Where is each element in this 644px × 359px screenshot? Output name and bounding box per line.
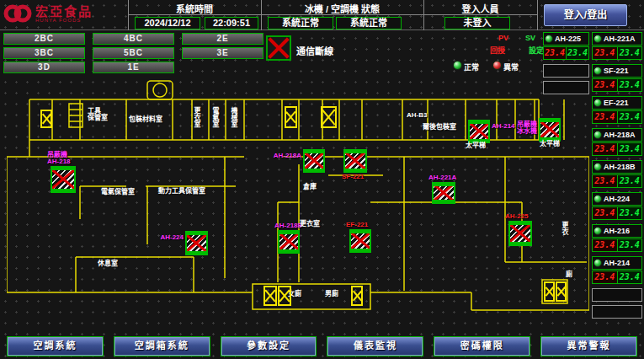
ac-status-value: 系統正常: [336, 17, 402, 29]
system-date-value: 2024/12/12: [135, 17, 200, 29]
room-label: 爾後包裝室: [423, 124, 456, 131]
plan-unit-label: AH-221A: [428, 174, 456, 181]
floor-button-group: 2BC4BC2E3BC5BC3E3D1E: [3, 33, 263, 73]
floor-button-1e[interactable]: 1E: [93, 62, 174, 73]
empty-slot: [592, 288, 642, 302]
ahu-comm-loss-icon[interactable]: [468, 120, 490, 143]
room-label: 動力工具保管室: [158, 188, 205, 195]
unit-row-ah-218a[interactable]: AH-218A: [592, 128, 642, 142]
plan-unit-label: AH-225: [505, 213, 529, 220]
ahu-comm-loss-icon[interactable]: [185, 231, 208, 255]
room-label: 太平梯: [540, 141, 560, 147]
unit-values-ah-218b: 23.423.4: [592, 174, 642, 188]
chiller-status-value: 系統正常: [268, 17, 333, 29]
pv-label: PV: [498, 34, 508, 42]
ahu-comm-loss-icon[interactable]: [51, 166, 76, 193]
room-label: 電氣保管室: [101, 189, 135, 196]
unit-values-sf-221: 23.423.4: [592, 78, 642, 92]
nav-button-密碼權限[interactable]: 密碼權限: [434, 336, 530, 356]
ahu-comm-loss-icon[interactable]: [278, 230, 300, 254]
nav-button-參數設定[interactable]: 參數設定: [221, 336, 317, 356]
floor-button-2e[interactable]: 2E: [182, 33, 263, 45]
floor-button-3bc[interactable]: 3BC: [3, 47, 85, 59]
pv-sv-header: PV SV 回授 設定: [490, 34, 544, 56]
unit-name: EF-221: [604, 99, 629, 107]
unit-sv-value: 23.4: [617, 207, 642, 219]
company-logo: 宏亞食品 HUNYA FOODS: [3, 2, 93, 25]
unit-values-ah-214: 23.423.4: [592, 271, 642, 284]
unit-sv-value: 23.4: [617, 271, 642, 283]
unit-status-led: [593, 259, 602, 267]
unit-values-ah-221a: 23.423.4: [592, 46, 642, 60]
nav-button-空調系統[interactable]: 空調系統: [7, 336, 104, 356]
unit-status-led: [593, 99, 602, 107]
floor-button-2bc[interactable]: 2BC: [3, 33, 85, 45]
unit-pv-value: 23.4: [593, 47, 617, 59]
unit-sv-value: 23.4: [566, 47, 588, 59]
elevator-icon: [285, 106, 297, 128]
unit-status-led: [593, 195, 602, 203]
plan-unit-label: EF-221: [346, 222, 368, 228]
room-label: 電氣室: [211, 107, 218, 127]
plan-unit-AH-224: AH-224: [185, 231, 208, 255]
comm-loss-label: 通信斷線: [296, 44, 333, 57]
sv-label: SV: [525, 34, 535, 42]
unit-row-ah-224[interactable]: AH-224: [592, 192, 642, 206]
login-logout-button[interactable]: 登入/登出: [544, 4, 627, 26]
plan-unit-label: 吊蔽機AH-218: [47, 152, 71, 165]
nav-button-異常警報[interactable]: 異常警報: [540, 336, 637, 356]
floor-button-3e[interactable]: 3E: [182, 47, 263, 59]
floor-button-4bc[interactable]: 4BC: [93, 33, 174, 45]
nav-button-空調箱系統[interactable]: 空調箱系統: [114, 336, 210, 356]
plan-unit-吊蔽機-AH-218: 吊蔽機AH-218: [51, 166, 76, 193]
unit-row-ah-216[interactable]: AH-216: [592, 224, 642, 238]
ahu-comm-loss-icon[interactable]: [432, 182, 455, 204]
floor-button-3d[interactable]: 3D: [3, 62, 85, 73]
ahu-comm-loss-icon[interactable]: [303, 149, 325, 173]
unit-sv-value: 23.4: [617, 143, 642, 155]
plan-unit-SF-221: SF-221: [343, 149, 367, 173]
ahu-comm-loss-icon[interactable]: [349, 229, 371, 253]
login-status-value: 未登入: [444, 17, 510, 29]
ahu-comm-loss-icon[interactable]: [508, 221, 532, 246]
empty-slot: [592, 305, 642, 319]
room-label: 廁: [566, 271, 572, 278]
unit-name: AH-218B: [604, 163, 636, 171]
normal-led-icon: [453, 61, 462, 70]
unit-status-led: [593, 131, 602, 139]
plan-unit-label: 吊蔽機冰水機: [517, 121, 537, 135]
plan-unit-label: SF-221: [342, 174, 364, 180]
logo-rings-icon: [3, 2, 32, 25]
elevator-icon: [263, 286, 277, 306]
unit-values-ah-218a: 23.423.4: [592, 142, 642, 156]
floor-button-5bc[interactable]: 5BC: [93, 47, 174, 59]
system-time-value: 22:09:51: [205, 17, 258, 29]
unit-row-ef-221[interactable]: EF-221: [592, 96, 642, 110]
unit-name: AH-218A: [604, 131, 636, 139]
unit-name: AH-225: [555, 35, 581, 43]
comm-loss-icon: [266, 35, 291, 61]
ahu-comm-loss-icon[interactable]: [343, 149, 367, 173]
empty-slot: [543, 64, 589, 78]
unit-pv-value: 23.4: [593, 271, 617, 283]
unit-row-ah-221a[interactable]: AH-221A: [592, 32, 642, 46]
unit-name: AH-216: [604, 227, 630, 235]
ahu-comm-loss-icon[interactable]: [539, 118, 561, 142]
unit-sv-value: 23.4: [617, 79, 642, 91]
unit-status-led: [593, 227, 602, 235]
unit-pv-value: 23.4: [593, 111, 617, 123]
unit-row-ah-214[interactable]: AH-214: [592, 256, 642, 270]
floorplan: 吊蔽機AH-218AH-224AH-218BAH-218ASF-221EF-22…: [7, 78, 589, 330]
unit-name: AH-221A: [604, 35, 636, 43]
room-label: 休息室: [98, 260, 118, 267]
unit-row-sf-221[interactable]: SF-221: [592, 64, 642, 78]
unit-pv-value: 23.4: [593, 175, 617, 187]
unit-pv-value: 23.4: [593, 79, 617, 91]
nav-button-儀表監視[interactable]: 儀表監視: [327, 336, 423, 356]
plan-unit-AH-225: AH-225: [508, 221, 532, 246]
plan-unit-AH-218A: AH-218A: [303, 149, 325, 173]
login-user-label: 登入人員: [423, 2, 537, 15]
unit-row-ah-218b[interactable]: AH-218B: [592, 160, 642, 174]
unit-row-ah-225[interactable]: AH-225: [543, 32, 589, 46]
unit-values-ef-221: 23.423.4: [592, 110, 642, 124]
